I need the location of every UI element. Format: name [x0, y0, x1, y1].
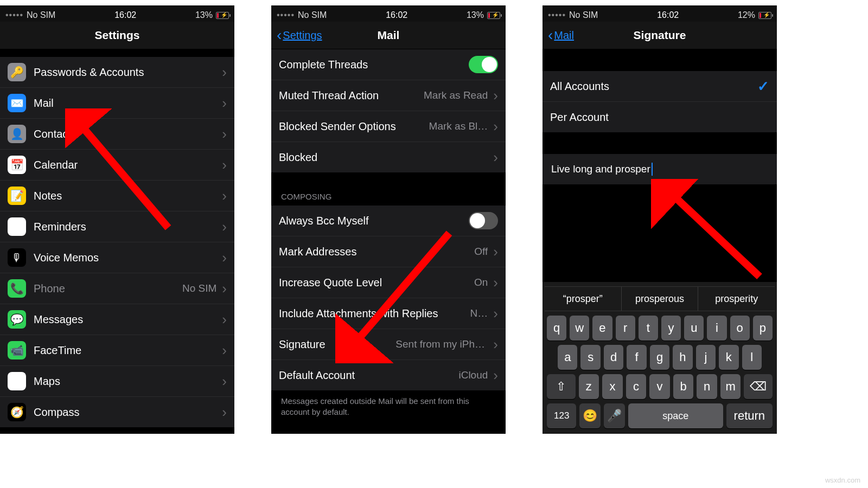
- key-k[interactable]: k: [719, 345, 738, 370]
- toggle[interactable]: [469, 212, 498, 229]
- key-s[interactable]: s: [580, 345, 600, 370]
- app-icon: 👤: [8, 125, 26, 143]
- key-w[interactable]: w: [570, 316, 589, 341]
- mail-row-default-account[interactable]: Default AccountiCloud›: [271, 360, 506, 390]
- chevron-left-icon: ‹: [548, 28, 553, 43]
- section-header: COMPOSING: [271, 188, 506, 206]
- mail-row-complete-threads[interactable]: Complete Threads: [271, 49, 506, 80]
- settings-row-messages[interactable]: 💬 Messages ›: [0, 304, 234, 335]
- mail-row-blocked[interactable]: Blocked›: [271, 142, 506, 172]
- row-label: Complete Threads: [279, 59, 469, 71]
- battery-percent: 13%: [195, 10, 213, 20]
- signature-scope-all-accounts[interactable]: All Accounts✓: [542, 71, 777, 102]
- key-c[interactable]: c: [626, 374, 647, 399]
- row-label: Voice Memos: [34, 252, 222, 264]
- key-g[interactable]: g: [650, 345, 669, 370]
- key-space[interactable]: space: [628, 403, 723, 428]
- row-label: All Accounts: [550, 80, 757, 93]
- chevron-right-icon: ›: [493, 243, 498, 260]
- chevron-right-icon: ›: [493, 336, 498, 353]
- screenshot-mail-settings: •••••No SIM 16:02 13% ⚡ ‹ Settings Mail …: [271, 5, 506, 434]
- key-r[interactable]: r: [616, 316, 635, 341]
- key-emoji[interactable]: 😊: [579, 403, 601, 428]
- row-value: N…: [470, 307, 488, 319]
- key-m[interactable]: m: [720, 374, 741, 399]
- key-i[interactable]: i: [707, 316, 726, 341]
- carrier-label: No SIM: [298, 10, 327, 20]
- mail-row-blocked-sender-options[interactable]: Blocked Sender OptionsMark as Bl…›: [271, 111, 506, 142]
- key-b[interactable]: b: [673, 374, 694, 399]
- row-label: Signature: [279, 338, 395, 351]
- key-n[interactable]: n: [697, 374, 717, 399]
- app-icon: ☑︎: [8, 217, 26, 236]
- mail-row-include-attachments-with-replies[interactable]: Include Attachments with RepliesN…›: [271, 298, 506, 329]
- mail-row-always-bcc-myself[interactable]: Always Bcc Myself: [271, 206, 506, 236]
- row-value: Mark as Bl…: [429, 120, 488, 132]
- key-p[interactable]: p: [753, 316, 773, 341]
- key-shift[interactable]: ⇧: [547, 374, 576, 399]
- key-123[interactable]: 123: [547, 403, 576, 428]
- chevron-left-icon: ‹: [277, 28, 282, 43]
- key-j[interactable]: j: [696, 345, 716, 370]
- key-t[interactable]: t: [639, 316, 658, 341]
- settings-row-notes[interactable]: 📝 Notes ›: [0, 181, 234, 211]
- chevron-right-icon: ›: [222, 311, 227, 328]
- settings-row-contacts[interactable]: 👤 Contacts ›: [0, 119, 234, 150]
- signature-scope-per-account[interactable]: Per Account: [542, 102, 777, 132]
- mail-row-signature[interactable]: SignatureSent from my iPhone›: [271, 329, 506, 360]
- key-o[interactable]: o: [730, 316, 750, 341]
- settings-row-reminders[interactable]: ☑︎ Reminders ›: [0, 211, 234, 242]
- key-z[interactable]: z: [579, 374, 599, 399]
- app-icon: 🎙: [8, 248, 26, 267]
- carrier-label: No SIM: [27, 10, 55, 20]
- settings-row-calendar[interactable]: 📅 Calendar ›: [0, 150, 234, 181]
- row-label: Muted Thread Action: [279, 89, 424, 102]
- row-value: iCloud: [458, 369, 488, 381]
- mail-row-mark-addresses[interactable]: Mark AddressesOff›: [271, 236, 506, 267]
- key-d[interactable]: d: [604, 345, 623, 370]
- settings-row-voice-memos[interactable]: 🎙 Voice Memos ›: [0, 242, 234, 273]
- key-e[interactable]: e: [592, 316, 612, 341]
- signature-input[interactable]: Live long and prosper: [542, 154, 777, 184]
- chevron-right-icon: ›: [222, 342, 227, 359]
- key-u[interactable]: u: [684, 316, 704, 341]
- key-v[interactable]: v: [649, 374, 670, 399]
- chevron-right-icon: ›: [222, 404, 227, 421]
- signal-dots-icon: •••••: [5, 10, 23, 20]
- key-f[interactable]: f: [627, 345, 646, 370]
- clock: 16:02: [657, 10, 679, 20]
- key-mic[interactable]: 🎤: [604, 403, 625, 428]
- key-backspace[interactable]: ⌫: [744, 374, 773, 399]
- toggle[interactable]: [469, 56, 498, 73]
- key-h[interactable]: h: [673, 345, 692, 370]
- settings-row-maps[interactable]: 🗺 Maps ›: [0, 366, 234, 397]
- settings-row-compass[interactable]: 🧭 Compass ›: [0, 397, 234, 427]
- key-return[interactable]: return: [726, 403, 773, 428]
- suggestion[interactable]: prosperity: [698, 287, 775, 311]
- row-label: Maps: [34, 375, 222, 388]
- screenshot-signature: •••••No SIM 16:02 12% ⚡ ‹ Mail Signature…: [542, 5, 777, 434]
- mail-row-muted-thread-action[interactable]: Muted Thread ActionMark as Read›: [271, 80, 506, 111]
- back-button[interactable]: ‹ Mail: [548, 28, 574, 43]
- signal-dots-icon: •••••: [277, 10, 295, 20]
- key-q[interactable]: q: [547, 316, 566, 341]
- app-icon: 📞: [8, 279, 26, 298]
- key-l[interactable]: l: [742, 345, 762, 370]
- settings-row-facetime[interactable]: 📹 FaceTime ›: [0, 335, 234, 366]
- back-button[interactable]: ‹ Settings: [277, 28, 322, 43]
- settings-row-mail[interactable]: ✉️ Mail ›: [0, 88, 234, 119]
- row-value: Sent from my iPhone: [395, 338, 488, 350]
- suggestion[interactable]: “prosper”: [545, 287, 622, 311]
- settings-row-phone[interactable]: 📞 Phone No SIM ›: [0, 273, 234, 304]
- suggestion[interactable]: prosperous: [622, 287, 699, 311]
- battery-icon: ⚡: [487, 12, 500, 19]
- app-icon: 🗺: [8, 372, 26, 390]
- chevron-right-icon: ›: [222, 157, 227, 174]
- row-label: Contacts: [34, 128, 222, 140]
- key-y[interactable]: y: [661, 316, 681, 341]
- key-a[interactable]: a: [558, 345, 577, 370]
- key-x[interactable]: x: [602, 374, 623, 399]
- settings-row-passwords-accounts[interactable]: 🔑 Passwords & Accounts ›: [0, 57, 234, 88]
- mail-row-increase-quote-level[interactable]: Increase Quote LevelOn›: [271, 267, 506, 298]
- app-icon: 📅: [8, 156, 26, 174]
